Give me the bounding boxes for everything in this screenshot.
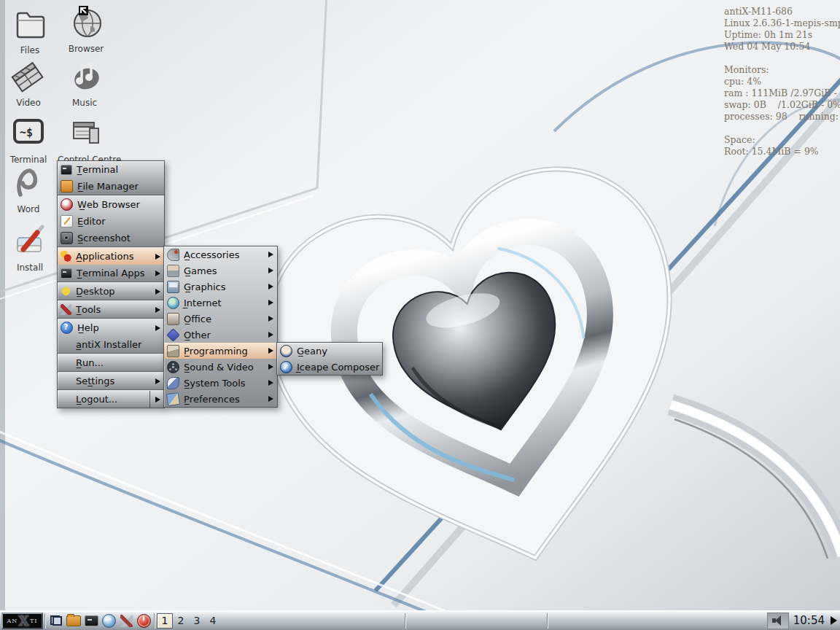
- video-clapperboard-icon: [11, 58, 46, 93]
- desktop-icon-terminal[interactable]: ~$ Terminal: [0, 115, 57, 165]
- desktop-icon-music[interactable]: Music: [56, 58, 113, 108]
- menu-item-label: T̲erminal: [77, 164, 118, 175]
- menu-item-label: E̲ditor: [77, 216, 105, 227]
- submenu-arrow-icon: [268, 316, 273, 322]
- submenu-arrow-icon: [155, 254, 160, 260]
- conky-line: ram : 111MiB /2.97GiB - 3%: [724, 88, 839, 99]
- submenu-arrow-icon: [268, 332, 273, 338]
- menu-item-help[interactable]: H̲elp: [58, 319, 164, 336]
- menu-item-games[interactable]: G̲ames: [164, 262, 277, 279]
- desktop: antiX-M11-686 Linux 2.6.36-1-mepis-smp U…: [0, 0, 840, 630]
- menu-item-sound-video[interactable]: S̲ound & Video: [164, 359, 277, 375]
- menu-item-office[interactable]: O̲ffice: [164, 311, 277, 327]
- menu-item-other[interactable]: O̲ther: [164, 327, 277, 343]
- internet-globe-icon: [167, 297, 179, 309]
- desktop-icon-label: Video: [0, 98, 57, 108]
- desktop-icon-install[interactable]: Install: [1, 223, 58, 273]
- conky-line: processes: 98 running: 1: [724, 111, 839, 122]
- browser-globe-icon: [102, 614, 116, 628]
- conky-line: Uptime: 0h 1m 21s: [724, 29, 839, 41]
- desktop-icon-browser[interactable]: Browser: [58, 4, 114, 54]
- submenu-arrow-icon: [268, 348, 273, 354]
- menu-item-web-browser[interactable]: W̲eb Browser: [58, 196, 164, 213]
- taskbar: ANXTI 1 2 3 4 10:54: [0, 610, 840, 630]
- main-menu: T̲erminal F̲ile Manager W̲eb Browser E̲d…: [57, 160, 165, 408]
- editor-icon: [61, 215, 73, 228]
- menu-item-terminal[interactable]: T̲erminal: [58, 161, 164, 178]
- film-reel-icon: [167, 361, 179, 373]
- install-screwdriver-icon: [12, 223, 47, 258]
- conky-line: [724, 52, 839, 64]
- menu-item-accessories[interactable]: A̲ccessories: [164, 246, 277, 262]
- desktop-icon-control-centre[interactable]: Control Centre: [58, 115, 114, 165]
- taskbar-divider: [405, 613, 406, 629]
- workspace-1-button[interactable]: 1: [157, 613, 173, 629]
- workspace-4-button[interactable]: 4: [205, 613, 221, 629]
- menu-item-system-tools[interactable]: S̲ystem Tools: [164, 375, 277, 391]
- applications-submenu: A̲ccessories G̲ames G̲raphics I̲nternet: [163, 246, 278, 408]
- control-centre-windows-icon: [69, 115, 104, 150]
- menu-item-label: G̲raphics: [184, 281, 225, 292]
- icon-spacer: [61, 394, 71, 405]
- conky-line: Monitors:: [724, 64, 839, 76]
- menu-item-internet[interactable]: I̲nternet: [164, 295, 277, 311]
- desktop-icon-files[interactable]: Files: [1, 6, 58, 55]
- taskbar-terminal-button[interactable]: [82, 612, 100, 629]
- window-list-icon: [50, 615, 62, 626]
- collapse-arrow-icon[interactable]: [831, 616, 837, 625]
- icon-spacer: [61, 376, 71, 386]
- antix-menu-button[interactable]: ANXTI: [1, 612, 43, 629]
- desktop-icon-video[interactable]: Video: [0, 58, 57, 108]
- taskbar-tools-button[interactable]: [117, 612, 135, 629]
- menu-item-label: W̲eb Browser: [77, 199, 140, 210]
- desktop-icon-label: Terminal: [0, 155, 57, 165]
- menu-item-settings[interactable]: Set̲tings: [58, 373, 164, 389]
- menu-item-graphics[interactable]: G̲raphics: [164, 279, 277, 295]
- desktop-icon-label: Browser: [58, 44, 114, 54]
- system-tools-icon: [167, 377, 179, 389]
- taskbar-browser-button[interactable]: [100, 612, 117, 629]
- workspace-2-button[interactable]: 2: [173, 613, 189, 629]
- volume-control[interactable]: [767, 612, 789, 629]
- menu-item-geany[interactable]: G̲eany: [277, 343, 382, 359]
- menu-item-label: H̲elp: [77, 322, 99, 333]
- menu-item-label: R̲un...: [76, 357, 104, 368]
- workspace-3-button[interactable]: 3: [189, 613, 205, 629]
- taskbar-window-list-button[interactable]: [47, 612, 65, 629]
- menu-item-applications[interactable]: A̲pplications: [58, 248, 164, 265]
- menu-item-tools[interactable]: T̲ools: [58, 301, 164, 318]
- menu-item-label: P̲rogramming: [184, 346, 248, 357]
- help-icon: [61, 322, 73, 334]
- menu-item-label: a̲ntiX Installer: [76, 339, 141, 350]
- menu-item-desktop[interactable]: D̲esktop: [58, 283, 164, 300]
- files-folder-icon: [12, 6, 47, 41]
- conky-line: Space:: [724, 134, 839, 146]
- desktop-icon-word[interactable]: Word: [0, 165, 57, 214]
- menu-item-label: O̲ther: [184, 330, 211, 341]
- conky-system-monitor: antiX-M11-686 Linux 2.6.36-1-mepis-smp U…: [724, 6, 839, 158]
- taskbar-logout-button[interactable]: [135, 612, 152, 629]
- menu-item-antix-installer[interactable]: a̲ntiX Installer: [58, 336, 164, 353]
- conky-line: swap: 0B /1.02GiB - 0%: [724, 99, 839, 111]
- menu-item-editor[interactable]: E̲ditor: [58, 213, 164, 230]
- taskbar-file-manager-button[interactable]: [65, 612, 82, 629]
- menu-item-preferences[interactable]: P̲references: [164, 391, 277, 407]
- conky-line: Linux 2.6.36-1-mepis-smp: [724, 18, 839, 29]
- submenu-arrow-icon: [268, 380, 273, 386]
- menu-item-screenshot[interactable]: S̲creenshot: [58, 230, 164, 246]
- menu-item-iceape-composer[interactable]: I̲ceape Composer: [277, 359, 382, 375]
- menu-item-label: O̲ffice: [184, 314, 211, 324]
- submenu-arrow-icon: [155, 397, 160, 402]
- menu-item-label: I̲ceape Composer: [297, 362, 379, 373]
- menu-item-file-manager[interactable]: F̲ile Manager: [58, 178, 164, 195]
- menu-item-terminal-apps[interactable]: T̲erminal Apps: [58, 265, 164, 281]
- menu-item-programming[interactable]: P̲rogramming: [164, 343, 277, 359]
- menu-item-label: P̲references: [184, 394, 240, 405]
- menu-item-label: T̲erminal Apps: [77, 268, 144, 279]
- office-icon: [167, 313, 179, 325]
- graphics-monitor-icon: [167, 281, 179, 293]
- menu-item-label: A̲ccessories: [184, 249, 239, 260]
- menu-item-run[interactable]: R̲un...: [58, 354, 164, 371]
- menu-item-logout[interactable]: L̲ogout...: [58, 391, 164, 408]
- submenu-arrow-icon: [268, 252, 273, 257]
